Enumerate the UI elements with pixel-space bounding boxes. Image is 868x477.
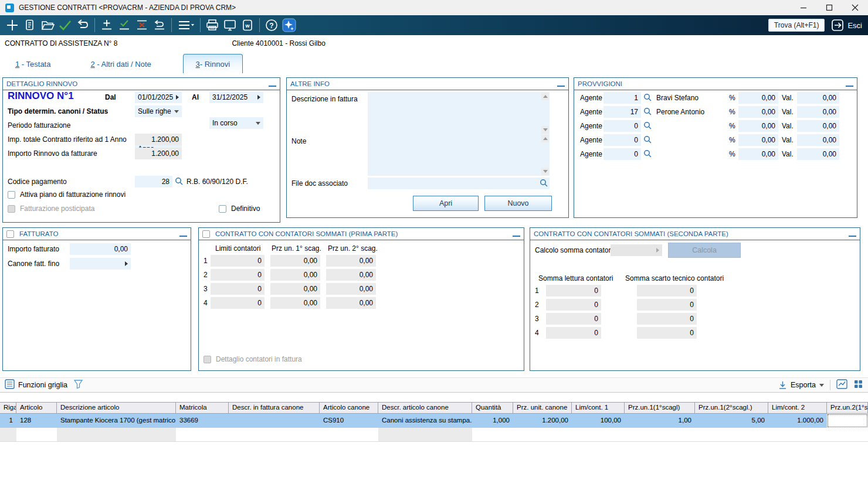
maximize-button[interactable] [816, 0, 842, 15]
cell-matricola[interactable] [176, 428, 229, 441]
collapse-icon[interactable] [557, 81, 565, 87]
cell-matricola[interactable]: 33669 [176, 414, 229, 428]
row-delete-button[interactable] [133, 17, 151, 33]
assistant-button[interactable] [280, 17, 298, 33]
al-field[interactable]: 31/12/2025 [209, 91, 263, 103]
lookup-icon[interactable] [643, 135, 652, 144]
cell-descr-fattura[interactable] [229, 414, 320, 428]
lookup-icon[interactable] [643, 107, 652, 116]
cell-lim2[interactable] [768, 428, 827, 441]
cell-riga[interactable]: 1 [0, 414, 16, 428]
cell-lim1[interactable] [572, 428, 625, 441]
cell-articolo-canone[interactable]: CS910 [320, 414, 378, 428]
column-header[interactable]: Descr. articolo canone [378, 402, 472, 414]
agente-code-field[interactable]: 0 [603, 134, 641, 146]
lookup-icon[interactable] [540, 179, 548, 188]
cell-descrizione[interactable] [57, 428, 176, 441]
new-button[interactable] [4, 17, 21, 33]
agente-val-field[interactable]: 0,00 [797, 134, 839, 146]
agente-pct-field[interactable]: 0,00 [738, 134, 778, 146]
dal-field[interactable]: 01/01/2025 [135, 91, 182, 103]
cell-przun1-1[interactable] [625, 428, 695, 441]
agente-code-field[interactable]: 1 [603, 92, 641, 104]
cell-articolo[interactable]: 128 [16, 414, 57, 428]
chart-icon[interactable] [836, 379, 847, 391]
help-button[interactable]: ? [263, 17, 280, 33]
column-header[interactable]: Descr. in fattura canone [229, 402, 320, 414]
cell-descr-articolo-canone[interactable] [378, 428, 472, 441]
undo-button[interactable] [74, 17, 91, 33]
tipo-select[interactable]: Sulle righe [135, 105, 182, 117]
lookup-icon[interactable] [175, 177, 184, 186]
column-header[interactable]: Prz.un.1(2°scagl.) [695, 402, 768, 414]
layout-grid-icon[interactable] [853, 379, 863, 391]
cell-przun1-1[interactable]: 1,00 [625, 414, 695, 428]
minimize-button[interactable] [791, 0, 816, 15]
cell-przun1-2[interactable]: 5,00 [695, 414, 768, 428]
column-header[interactable]: Matricola [176, 402, 229, 414]
cell-przun1-2[interactable] [695, 428, 768, 441]
nuovo-button[interactable]: Nuovo [484, 196, 552, 211]
cell-quantita[interactable] [472, 428, 513, 441]
agente-pct-field[interactable]: 0,00 [738, 92, 778, 104]
column-header[interactable]: Riga [0, 402, 16, 414]
lookup-icon[interactable] [643, 121, 652, 130]
collapse-icon[interactable] [846, 81, 853, 87]
status-select[interactable]: In corso [209, 117, 263, 129]
checkbox-icon[interactable] [8, 191, 15, 199]
open-button[interactable] [39, 17, 56, 33]
cell-quantita[interactable]: 1,000 [472, 414, 513, 428]
column-header[interactable]: Lim/cont. 1 [572, 402, 625, 414]
close-button[interactable] [842, 0, 868, 15]
tab-altri-dati[interactable]: 2 - Altri dati / Note [82, 55, 159, 73]
cell-lim2[interactable]: 1.000,00 [768, 414, 827, 428]
contatori-checkbox[interactable] [202, 230, 210, 238]
export-button[interactable]: Esporta [778, 381, 824, 390]
save-button[interactable] [56, 17, 74, 33]
row-insert-button[interactable] [98, 17, 116, 33]
cell-prz-unit[interactable] [513, 428, 572, 441]
table-row-selected[interactable]: 1 128 Stampante Kiocera 1700 (gest matri… [0, 414, 868, 428]
cell-descrizione[interactable]: Stampante Kiocera 1700 (gest matrico... [57, 414, 176, 428]
find-shortcut[interactable]: Trova (Alt+F1) [768, 19, 825, 32]
agente-code-field[interactable]: 0 [603, 120, 641, 132]
canone-fino-field[interactable] [70, 258, 131, 270]
collapse-icon[interactable] [269, 81, 276, 87]
exit-button[interactable]: Esci [830, 18, 862, 32]
row-confirm-button[interactable] [116, 17, 133, 33]
menu-button[interactable] [175, 17, 197, 33]
collapse-icon[interactable] [513, 231, 520, 237]
preview-button[interactable] [221, 17, 239, 33]
column-header[interactable]: Lim/cont. 2 [768, 402, 827, 414]
cell-lim1[interactable]: 100,00 [572, 414, 625, 428]
agente-code-field[interactable]: 0 [603, 148, 641, 160]
filter-icon[interactable] [73, 379, 83, 391]
agente-pct-field[interactable]: 0,00 [738, 120, 778, 132]
word-export-button[interactable]: w [239, 17, 256, 33]
checkbox-icon[interactable] [219, 205, 226, 213]
cell-przun2[interactable] [827, 428, 868, 441]
tab-testata[interactable]: 1 - Testata [7, 55, 59, 73]
agente-pct-field[interactable]: 0,00 [738, 106, 778, 118]
descrizione-textarea[interactable] [368, 92, 550, 134]
codice-pagamento-field[interactable]: 28 [135, 176, 172, 188]
cell-descr-articolo-canone[interactable]: Canoni assistenza su stampa... [378, 414, 472, 428]
column-header[interactable]: Prz. unit. canone [513, 402, 572, 414]
tab-rinnovi[interactable]: 3 - Rinnovi [183, 54, 243, 73]
column-header[interactable]: Prz.un.2(1°sc [827, 402, 868, 414]
column-header[interactable]: Articolo canone [320, 402, 378, 414]
attiva-piano-checkbox-row[interactable]: Attiva piano di fatturazione rinnovi [8, 190, 126, 199]
grid-functions-label[interactable]: Funzioni griglia [18, 381, 67, 389]
agente-val-field[interactable]: 0,00 [797, 106, 839, 118]
agente-code-field[interactable]: 17 [603, 106, 641, 118]
lookup-icon[interactable] [643, 149, 652, 158]
note-textarea[interactable] [368, 134, 550, 176]
collapse-icon[interactable] [849, 231, 856, 237]
importo-fatturato-field[interactable]: 0,00 [70, 243, 131, 255]
collapse-icon[interactable] [179, 231, 187, 237]
fatturato-checkbox[interactable] [6, 230, 14, 238]
grid-functions-icon[interactable] [5, 379, 15, 391]
row-undo-button[interactable] [151, 17, 168, 33]
lookup-icon[interactable] [643, 93, 652, 102]
column-header[interactable]: Quantità [472, 402, 513, 414]
